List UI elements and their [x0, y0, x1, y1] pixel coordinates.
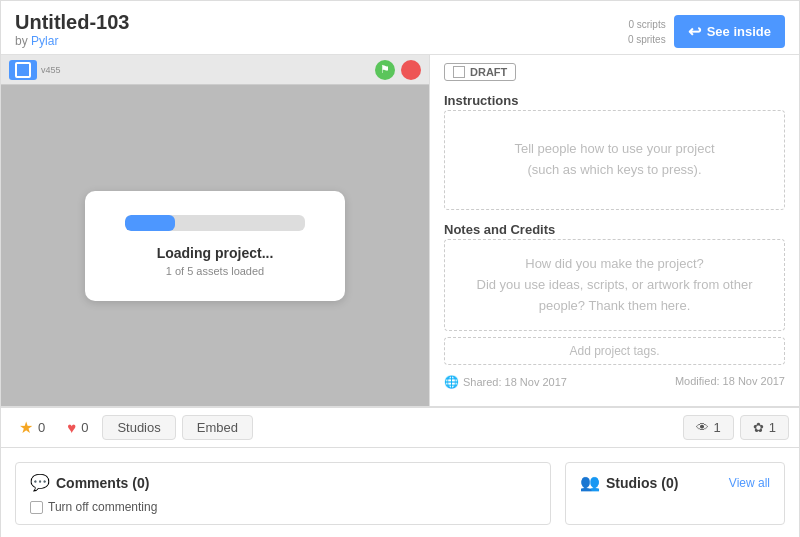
see-inside-label: See inside [707, 24, 771, 39]
main-content: v455 ⚑ Loading project... 1 of 5 assets … [1, 55, 799, 407]
instructions-label: Instructions [430, 89, 799, 110]
see-inside-button[interactable]: ↩ See inside [674, 15, 785, 48]
project-title: Untitled-103 [15, 11, 129, 34]
progress-bar-fill [125, 215, 175, 231]
shared-date: 🌐 Shared: 18 Nov 2017 [444, 375, 567, 389]
studios-panel: 👥 Studios (0) View all [565, 462, 785, 525]
scripts-count: 0 scripts [628, 17, 666, 32]
instructions-placeholder: Tell people how to use your project(such… [514, 139, 714, 181]
studios-header: 👥 Studios (0) View all [580, 473, 770, 492]
loves-button[interactable]: ♥ 0 [59, 415, 96, 440]
shared-date-text: Shared: 18 Nov 2017 [463, 376, 567, 388]
instructions-panel[interactable]: Tell people how to use your project(such… [444, 110, 785, 210]
header-left: Untitled-103 by Pylar [15, 11, 129, 48]
favorites-count: 0 [38, 420, 45, 435]
studios-button-label: Studios [117, 420, 160, 435]
loading-text: Loading project... [125, 245, 305, 261]
views-number: 1 [714, 420, 721, 435]
star-icon: ★ [19, 418, 33, 437]
remixes-count: ✿ 1 [740, 415, 789, 440]
draft-label: DRAFT [470, 66, 507, 78]
notes-panel[interactable]: How did you make the project?Did you use… [444, 239, 785, 331]
loading-sub-text: 1 of 5 assets loaded [125, 265, 305, 277]
info-section: DRAFT Instructions Tell people how to us… [429, 55, 799, 406]
meta-bar: 🌐 Shared: 18 Nov 2017 Modified: 18 Nov 2… [430, 371, 799, 393]
turn-off-checkbox[interactable] [30, 501, 43, 514]
studios-icon: 👥 [580, 473, 600, 492]
scripts-sprites-info: 0 scripts 0 sprites [628, 17, 666, 47]
turn-off-label: Turn off commenting [48, 500, 157, 514]
comment-icon: 💬 [30, 473, 50, 492]
loves-count: 0 [81, 420, 88, 435]
player-toolbar: v455 ⚑ [1, 55, 429, 85]
globe-icon: 🌐 [444, 375, 459, 389]
player-section: v455 ⚑ Loading project... 1 of 5 assets … [1, 55, 429, 406]
loading-box: Loading project... 1 of 5 assets loaded [85, 191, 345, 301]
arrow-icon: ↩ [688, 22, 701, 41]
remixes-number: 1 [769, 420, 776, 435]
studios-title: 👥 Studios (0) [580, 473, 678, 492]
player-stage: Loading project... 1 of 5 assets loaded [1, 85, 429, 406]
draft-bar: DRAFT [430, 55, 799, 89]
remix-icon: ✿ [753, 420, 764, 435]
version-tag: v455 [41, 65, 61, 75]
studios-button[interactable]: Studios [102, 415, 175, 440]
red-stop-button[interactable] [401, 60, 421, 80]
comments-panel: 💬 Comments (0) Turn off commenting [15, 462, 551, 525]
bottom-section: 💬 Comments (0) Turn off commenting 👥 Stu… [1, 448, 799, 537]
studios-title-text: Studios (0) [606, 475, 678, 491]
heart-icon: ♥ [67, 419, 76, 436]
header-right: 0 scripts 0 sprites ↩ See inside [628, 11, 785, 48]
embed-button[interactable]: Embed [182, 415, 253, 440]
player-controls: ⚑ [375, 60, 421, 80]
views-count: 👁 1 [683, 415, 734, 440]
favorites-button[interactable]: ★ 0 [11, 414, 53, 441]
eye-icon: 👁 [696, 420, 709, 435]
action-bar: ★ 0 ♥ 0 Studios Embed 👁 1 ✿ 1 [1, 407, 799, 448]
author-link[interactable]: Pylar [31, 34, 58, 48]
embed-button-label: Embed [197, 420, 238, 435]
view-all-link[interactable]: View all [729, 476, 770, 490]
tags-placeholder: Add project tags. [569, 344, 659, 358]
header: Untitled-103 by Pylar 0 scripts 0 sprite… [1, 1, 799, 55]
tags-area[interactable]: Add project tags. [444, 337, 785, 365]
player-logo-wrap: v455 [9, 60, 61, 80]
notes-label: Notes and Credits [430, 218, 799, 239]
comments-title: Comments (0) [56, 475, 149, 491]
green-flag-button[interactable]: ⚑ [375, 60, 395, 80]
draft-badge[interactable]: DRAFT [444, 63, 516, 81]
page-wrapper: Untitled-103 by Pylar 0 scripts 0 sprite… [0, 0, 800, 537]
comments-header: 💬 Comments (0) [30, 473, 536, 492]
progress-bar-background [125, 215, 305, 231]
sprites-count: 0 sprites [628, 32, 666, 47]
author-by-label: by [15, 34, 28, 48]
modified-date: Modified: 18 Nov 2017 [675, 375, 785, 389]
draft-checkbox[interactable] [453, 66, 465, 78]
scratch-logo [9, 60, 37, 80]
turn-off-commenting[interactable]: Turn off commenting [30, 500, 536, 514]
author-line: by Pylar [15, 34, 129, 48]
notes-placeholder: How did you make the project?Did you use… [477, 254, 753, 316]
